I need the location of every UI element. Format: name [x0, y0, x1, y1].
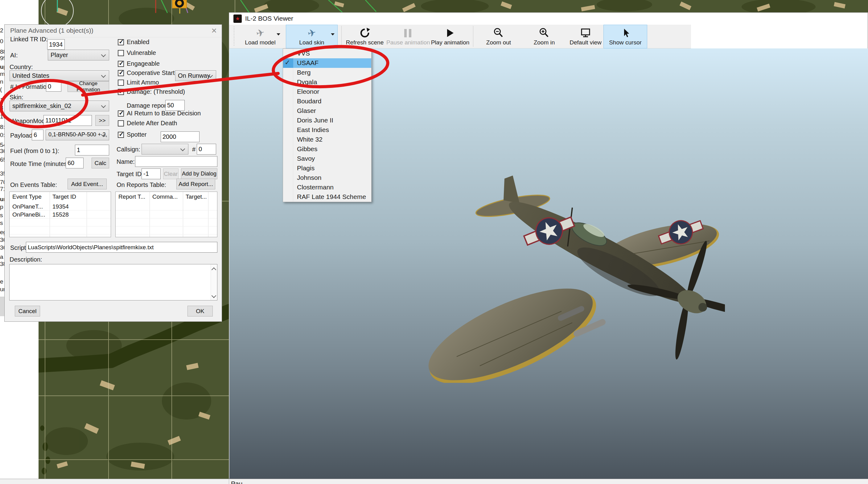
menu-item-usaaf[interactable]: ✓USAAF — [283, 58, 371, 68]
default-view-label: Default view — [568, 39, 603, 46]
play-icon — [430, 27, 471, 39]
play-animation-button[interactable]: Play animation — [429, 25, 471, 49]
default-view-button[interactable]: Default view — [568, 25, 603, 49]
chevron-down-icon — [101, 73, 106, 78]
load-skin-button[interactable]: ✈ Load skin — [286, 25, 338, 49]
cursor-icon — [604, 27, 647, 39]
linked-tr-id-input[interactable] — [47, 39, 65, 50]
skin-label: Skin: — [9, 94, 23, 101]
toolbar-grip-handle[interactable] — [234, 27, 235, 46]
refresh-scene-button[interactable]: Refresh scene — [343, 25, 386, 49]
panel-fragment: 65 — [0, 156, 5, 163]
reports-table[interactable]: Report T... Comma... Target... — [115, 191, 217, 237]
menu-item-glaser[interactable]: Glaser — [283, 106, 371, 116]
callsign-number-input[interactable] — [197, 144, 216, 155]
show-cursor-button[interactable]: Show cursor — [603, 25, 647, 49]
name-input[interactable] — [135, 156, 217, 167]
menu-item-savoy[interactable]: Savoy — [283, 154, 371, 163]
viewer-title-bar[interactable]: ★ IL-2 BOS Viewer — [229, 13, 868, 25]
panel-fragment: 0: — [0, 132, 5, 139]
menu-item-raf-late-1944-scheme[interactable]: RAF Late 1944 Scheme — [283, 192, 371, 202]
menu-item-white-32[interactable]: White 32 — [283, 135, 371, 144]
add-event-button[interactable]: Add Event... — [67, 179, 107, 189]
description-textarea[interactable] — [9, 264, 217, 300]
ai-select[interactable]: Player — [48, 50, 109, 60]
pause-animation-label: Pause animation — [386, 39, 429, 46]
panel-fragment: s ( — [0, 220, 5, 226]
payload-select[interactable]: 0,1-BRN50-AP-500 + 2, — [45, 129, 109, 140]
panel-fragment: s ( — [0, 212, 5, 219]
viewer-title: IL-2 BOS Viewer — [245, 15, 293, 22]
add-report-button[interactable]: Add Report... — [176, 179, 215, 189]
map-waypoint-marker[interactable] — [173, 0, 187, 8]
spotter-input[interactable] — [161, 131, 199, 142]
cooperative-start-select[interactable]: On Runway — [175, 70, 216, 81]
script-label: Script: — [10, 244, 28, 251]
menu-item-doris-june-ii[interactable]: Doris June II — [283, 116, 371, 125]
panel-fragment: 99 — [0, 55, 5, 62]
panel-fragment: 19 — [0, 113, 5, 120]
scroll-down-icon[interactable] — [212, 293, 216, 298]
close-icon[interactable]: × — [211, 25, 217, 36]
panel-scrollbar-fragment[interactable] — [0, 297, 5, 316]
name-label: Name: — [117, 158, 135, 165]
damage-report-input[interactable] — [165, 100, 185, 111]
dialog-title-bar[interactable]: Plane Advanced (1 object(s)) × — [5, 25, 222, 37]
formation-label: # In Formation: — [10, 83, 52, 90]
payload-count-input[interactable] — [32, 129, 43, 140]
panel-fragment: 36 — [0, 237, 5, 243]
menu-item-plagis[interactable]: Plagis — [283, 163, 371, 173]
reports-col-header: Report T... — [116, 193, 145, 200]
menu-item-gibbes[interactable]: Gibbes — [283, 144, 371, 154]
zoom-in-button[interactable]: Zoom in — [523, 25, 565, 49]
callsign-select[interactable] — [142, 144, 188, 155]
zoom-out-button[interactable]: Zoom out — [477, 25, 520, 49]
chevron-down-icon[interactable] — [277, 33, 280, 35]
viewer-toolbar-row: ✈ Load model ✈ Load skin Refresh sc — [229, 25, 868, 49]
menu-item-east-indies[interactable]: East Indies — [283, 125, 371, 135]
menu-item-eleonor[interactable]: Eleonor — [283, 87, 371, 96]
panel-fragment: up — [0, 64, 5, 70]
country-select[interactable]: United States — [9, 70, 109, 81]
pause-icon — [386, 27, 429, 39]
calc-button[interactable]: Calc — [92, 158, 109, 169]
payload-label: Payload: — [10, 132, 34, 139]
panel-fragment: e ( — [0, 278, 5, 285]
chevron-down-icon[interactable] — [331, 33, 335, 35]
callsign-label: Callsign: — [117, 146, 140, 153]
weaponmods-input[interactable] — [43, 115, 92, 126]
script-input[interactable] — [26, 242, 217, 253]
menu-item-clostermann[interactable]: Clostermann — [283, 183, 371, 192]
fuel-input[interactable] — [75, 145, 109, 155]
description-scrollbar[interactable] — [211, 264, 217, 300]
zoom-out-icon — [478, 27, 519, 39]
panel-fragment: 0 ( — [0, 38, 5, 45]
panel-fragment: un — [0, 196, 5, 203]
formation-input[interactable] — [46, 81, 61, 92]
zoom-in-label: Zoom in — [524, 39, 565, 46]
il2-logo-icon: ★ — [234, 14, 242, 23]
events-table[interactable]: Event Type Target ID OnPlaneT... 19354 O… — [9, 191, 111, 237]
chevron-down-icon — [101, 103, 106, 108]
panel-fragment: urc — [0, 286, 5, 293]
skin-select[interactable]: spitfiremkixe_skin_02 — [9, 100, 109, 111]
menu-item-vvs[interactable]: VVS — [283, 49, 371, 58]
load-model-label: Load model — [238, 39, 283, 46]
route-time-input[interactable] — [66, 158, 84, 169]
ok-button[interactable]: OK — [187, 306, 213, 316]
menu-item-dygala[interactable]: Dygala — [283, 78, 371, 87]
reports-col-header: Target... — [183, 193, 207, 200]
cancel-button[interactable]: Cancel — [15, 306, 40, 316]
toolbar-separator — [473, 26, 473, 47]
weaponmods-expand-button[interactable]: >> — [95, 115, 109, 126]
change-formation-button[interactable]: Change Formation — [67, 81, 109, 92]
menu-item-johnson[interactable]: Johnson — [283, 173, 371, 183]
linked-tr-id-label: Linked TR ID: — [10, 36, 48, 43]
add-by-dialog-button[interactable]: Add by Dialog — [181, 169, 217, 179]
target-id-input[interactable] — [142, 169, 161, 179]
menu-item-boudard[interactable]: Boudard — [283, 96, 371, 106]
menu-item-berg[interactable]: Berg — [283, 68, 371, 78]
scroll-up-icon[interactable] — [212, 268, 216, 272]
zoom-out-label: Zoom out — [478, 39, 519, 46]
load-model-button[interactable]: ✈ Load model — [237, 25, 283, 49]
